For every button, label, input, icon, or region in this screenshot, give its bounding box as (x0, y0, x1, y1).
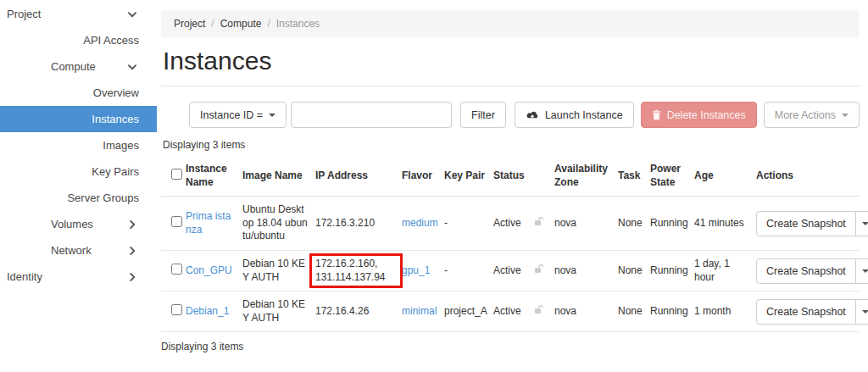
availability-zone-cell: nova (551, 291, 615, 332)
age-cell: 1 month (691, 291, 753, 332)
select-all-checkbox[interactable] (171, 169, 182, 180)
col-header-key-pair: Key Pair (441, 156, 490, 197)
instance-name-link[interactable]: Con_GPU (182, 250, 239, 291)
row-actions-dropdown[interactable] (855, 211, 868, 236)
actions-cell: Create Snapshot (753, 197, 860, 251)
col-header-flavor: Flavor (398, 156, 441, 197)
sidebar-item-compute[interactable]: Compute (0, 53, 157, 80)
breadcrumb-project[interactable]: Project (174, 18, 205, 30)
instance-name-link[interactable]: Prima istanza (182, 197, 239, 251)
sidebar-item-volumes[interactable]: Volumes (0, 211, 157, 237)
create-snapshot-button[interactable]: Create Snapshot (756, 299, 856, 325)
filter-field-dropdown[interactable]: Instance ID = (189, 102, 287, 128)
table-row: Con_GPU Debian 10 KEY AUTH 172.16.2.160,… (161, 250, 860, 291)
caret-down-icon (269, 114, 275, 117)
unlock-icon (533, 304, 544, 314)
chevron-right-icon (127, 272, 137, 282)
ip-address-cell: 172.16.2.160, 131.114.137.94 (312, 250, 398, 291)
caret-down-icon (842, 114, 849, 117)
col-header-status: Status (490, 156, 530, 197)
status-cell: Active (490, 197, 530, 251)
col-header-ip-address: IP Address (312, 156, 398, 197)
caret-down-icon (862, 310, 868, 314)
sidebar-item-label: Images (103, 139, 139, 152)
actions-cell: Create Snapshot (753, 250, 860, 291)
row-checkbox[interactable] (171, 216, 182, 227)
sidebar-item-label: Overview (93, 86, 139, 99)
sidebar-item-identity[interactable]: Identity (0, 264, 157, 290)
key-pair-cell: - (441, 197, 490, 251)
col-header-age: Age (691, 156, 753, 197)
cloud-upload-icon (526, 110, 539, 120)
chevron-down-icon (127, 62, 137, 72)
power-state-cell: Running (647, 197, 691, 251)
image-name-cell: Debian 10 KEY AUTH (239, 291, 312, 332)
col-header-image-name: Image Name (239, 156, 312, 197)
status-cell: Active (490, 291, 530, 332)
toolbar: Instance ID = Filter Launch Instance Del… (161, 102, 860, 128)
chevron-right-icon (127, 219, 137, 230)
sidebar-item-label: Server Groups (67, 192, 139, 204)
caret-down-icon (862, 222, 868, 225)
delete-instances-button[interactable]: Delete Instances (641, 102, 757, 128)
sidebar-item-label: Project (7, 8, 41, 20)
lock-state-cell (530, 291, 551, 332)
sidebar-item-label: API Access (83, 34, 139, 47)
instances-table: Instance Name Image Name IP Address Flav… (161, 156, 860, 332)
sidebar-item-label: Network (51, 244, 92, 257)
col-header-task: Task (615, 156, 647, 197)
instance-name-link[interactable]: Debian_1 (182, 291, 239, 332)
lock-state-cell (530, 197, 551, 251)
sidebar-item-api-access[interactable]: API Access (0, 27, 157, 53)
sidebar-item-label: Instances (92, 113, 139, 125)
flavor-link[interactable]: medium (398, 197, 441, 251)
breadcrumb-current: Instances (276, 18, 320, 30)
sidebar-item-images[interactable]: Images (0, 132, 157, 158)
power-state-cell: Running (647, 291, 691, 332)
sidebar-item-project[interactable]: Project (0, 1, 157, 27)
chevron-down-icon (127, 9, 137, 19)
sidebar-item-label: Key Pairs (92, 165, 139, 178)
task-cell: None (615, 291, 647, 332)
row-checkbox[interactable] (171, 304, 182, 315)
create-snapshot-button[interactable]: Create Snapshot (756, 211, 856, 236)
sidebar-item-overview[interactable]: Overview (0, 80, 157, 106)
lock-state-cell (530, 250, 551, 291)
chevron-right-icon (127, 246, 137, 256)
title-divider (161, 86, 860, 86)
flavor-link[interactable]: gpu_1 (398, 250, 441, 291)
ip-address-cell: 172.16.3.210 (312, 197, 398, 251)
sidebar-item-server-groups[interactable]: Server Groups (0, 185, 157, 211)
power-state-cell: Running (647, 250, 691, 291)
flavor-link[interactable]: minimal (398, 291, 441, 332)
sidebar-item-label: Identity (7, 270, 42, 283)
ip-address-text: 172.16.2.160, 131.114.137.94 (315, 258, 386, 283)
page-title: Instances (163, 47, 860, 75)
filter-button-label: Filter (471, 109, 495, 121)
age-cell: 1 day, 1 hour (691, 250, 753, 291)
launch-instance-button[interactable]: Launch Instance (515, 102, 634, 128)
create-snapshot-button[interactable]: Create Snapshot (756, 258, 856, 284)
filter-input[interactable] (291, 102, 452, 128)
filter-button[interactable]: Filter (460, 102, 506, 128)
table-header-row: Instance Name Image Name IP Address Flav… (161, 156, 860, 197)
image-name-cell: Ubuntu Desktop 18.04 ubuntu/ubuntu (239, 197, 312, 251)
row-actions-dropdown[interactable] (855, 299, 868, 325)
sidebar-item-key-pairs[interactable]: Key Pairs (0, 158, 157, 185)
sidebar-item-network[interactable]: Network (0, 237, 157, 264)
col-header-instance-name: Instance Name (182, 156, 239, 197)
task-cell: None (615, 250, 647, 291)
col-header-actions: Actions (753, 156, 860, 197)
row-actions-dropdown[interactable] (855, 258, 868, 284)
row-checkbox[interactable] (171, 264, 182, 275)
breadcrumb-compute[interactable]: Compute (220, 18, 262, 30)
sidebar-item-instances[interactable]: Instances (0, 106, 157, 132)
status-cell: Active (490, 250, 530, 291)
filter-field-label: Instance ID = (200, 109, 263, 121)
age-cell: 41 minutes (691, 197, 753, 251)
trash-icon (652, 109, 661, 120)
more-actions-button[interactable]: More Actions (764, 102, 860, 128)
key-pair-cell: project_A (441, 291, 490, 332)
col-header-availability-zone: Availability Zone (551, 156, 615, 197)
table-row: Prima istanza Ubuntu Desktop 18.04 ubunt… (161, 197, 860, 251)
